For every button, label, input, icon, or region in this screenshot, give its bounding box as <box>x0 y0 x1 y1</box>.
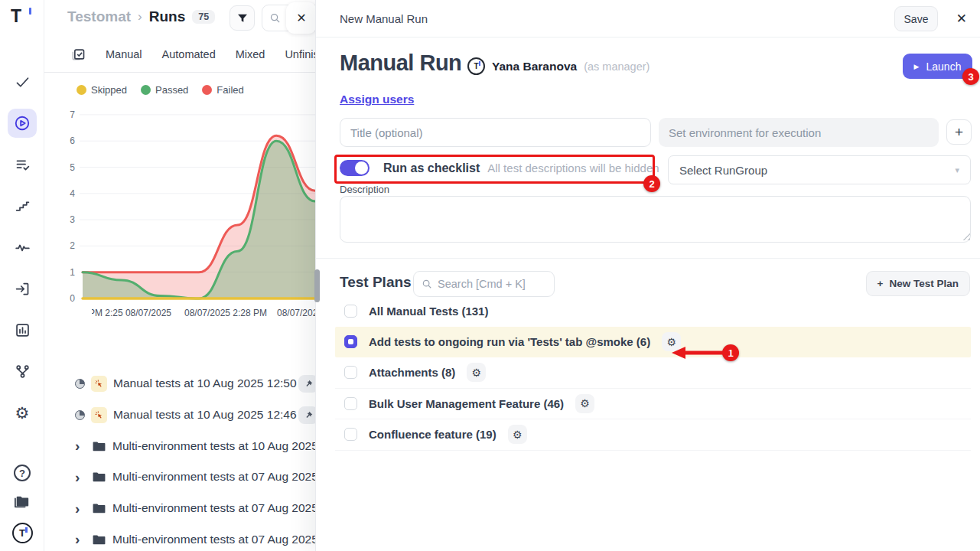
run-label: Multi-environment tests at 07 Aug 2025 <box>112 533 318 546</box>
chevron-right-icon[interactable]: › <box>75 439 84 453</box>
branches-git-icon[interactable] <box>8 357 37 386</box>
test-plan-row[interactable]: Attachments (8)⚙ <box>335 357 971 389</box>
pulse-activity-icon[interactable] <box>8 233 37 262</box>
new-test-plan-label: New Test Plan <box>889 278 959 289</box>
title-input[interactable] <box>340 118 651 147</box>
play-icon: ▶ <box>914 63 920 70</box>
tab-automated[interactable]: Automated <box>162 48 216 60</box>
test-plan-label: Bulk User Management Feature (46) <box>369 397 564 410</box>
app-logo-icon[interactable]: T <box>11 6 34 29</box>
test-plan-label: All Manual Tests (131) <box>369 305 488 318</box>
breadcrumb: Testomat › Runs 75 <box>67 8 215 25</box>
annotation-badge-2: 2 <box>643 175 660 192</box>
owner-row: T Yana Baranova (as manager) <box>467 57 650 75</box>
tab-manual[interactable]: Manual <box>106 48 142 60</box>
import-sign-in-icon[interactable] <box>8 274 37 303</box>
test-plan-row[interactable]: Confluence feature (19)⚙ <box>335 419 971 451</box>
environment-input[interactable] <box>659 118 939 147</box>
status-icon <box>75 379 85 389</box>
tests-check-icon[interactable] <box>8 67 37 96</box>
test-plans-heading: Test Plans <box>340 274 412 291</box>
divider <box>316 258 980 259</box>
search-icon <box>422 279 432 289</box>
new-test-plan-button[interactable]: + New Test Plan <box>866 271 970 296</box>
filter-button[interactable] <box>230 5 255 31</box>
milestones-steps-icon[interactable] <box>8 191 37 220</box>
modal-title: New Manual Run <box>340 12 428 25</box>
svg-text:3: 3 <box>70 214 75 225</box>
run-title: Manual Run <box>340 51 461 76</box>
gear-icon[interactable]: ⚙ <box>467 363 486 382</box>
status-icon <box>75 410 85 420</box>
test-plan-row[interactable]: Add tests to ongoing run via 'Tests' tab… <box>335 327 971 358</box>
help-icon[interactable]: ? <box>14 465 31 481</box>
legend-item-failed: Failed <box>202 84 243 96</box>
funnel-icon <box>236 12 249 24</box>
manual-test-icon <box>91 376 107 392</box>
legend-item-skipped: Skipped <box>77 84 127 96</box>
description-textarea[interactable] <box>340 196 971 243</box>
plans-list-check-icon[interactable] <box>8 150 37 179</box>
svg-text:4: 4 <box>70 188 75 199</box>
gear-icon[interactable]: ⚙ <box>508 425 527 444</box>
breadcrumb-project[interactable]: Testomat <box>67 8 131 25</box>
folder-icon <box>92 533 106 546</box>
test-plan-label: Add tests to ongoing run via 'Tests' tab… <box>369 335 650 348</box>
annotation-badge-3: 3 <box>962 68 979 85</box>
svg-text:1: 1 <box>70 267 75 278</box>
annotation-box <box>334 155 655 184</box>
scrollbar-thumb[interactable] <box>314 269 320 302</box>
account-logo-icon[interactable]: T <box>12 523 33 543</box>
chart-legend: SkippedPassedFailed <box>77 84 244 96</box>
svg-text:0: 0 <box>70 293 75 303</box>
test-plan-checkbox[interactable] <box>344 366 357 379</box>
settings-gear-icon[interactable]: ⚙ <box>8 398 37 427</box>
svg-text:6: 6 <box>70 135 75 146</box>
x-tick-label: 08/07/2025 2:28 PM <box>180 308 272 318</box>
runs-count-badge: 75 <box>192 10 215 24</box>
gear-icon[interactable]: ⚙ <box>575 394 594 413</box>
legend-item-passed: Passed <box>141 84 188 96</box>
avatar[interactable]: T <box>467 57 485 75</box>
chevron-down-icon: ▾ <box>955 165 959 175</box>
report-check-icon[interactable] <box>70 47 86 62</box>
legend-dot-icon <box>202 85 212 95</box>
plus-icon: + <box>877 278 884 289</box>
reports-bar-chart-icon[interactable] <box>8 315 37 344</box>
folder-icon <box>92 471 106 483</box>
rungroup-select[interactable]: Select RunGroup ▾ <box>668 155 971 184</box>
icon-sidebar: T ⚙ ? T <box>0 0 44 551</box>
runs-chart: 01234567 <box>44 103 317 303</box>
test-plan-checkbox[interactable] <box>344 397 357 410</box>
test-plan-checkbox[interactable] <box>344 335 357 348</box>
test-plan-checkbox[interactable] <box>344 428 357 441</box>
description-label: Description <box>340 184 389 195</box>
svg-text:7: 7 <box>70 109 75 120</box>
test-plans-search[interactable] <box>413 271 555 297</box>
assign-users-link[interactable]: Assign users <box>340 93 414 106</box>
test-plan-checkbox[interactable] <box>344 305 357 318</box>
test-plan-list: All Manual Tests (131)Add tests to ongoi… <box>335 295 971 451</box>
test-plan-row[interactable]: All Manual Tests (131) <box>335 295 971 327</box>
launch-label: Launch <box>926 60 961 73</box>
add-environment-button[interactable]: + <box>946 119 972 145</box>
test-plan-row[interactable]: Bulk User Management Feature (46)⚙ <box>335 389 971 420</box>
rungroup-placeholder: Select RunGroup <box>679 164 767 177</box>
manual-test-icon <box>91 407 107 423</box>
run-label: Multi-environment tests at 07 Aug 2025 <box>112 470 318 484</box>
owner-role: (as manager) <box>584 60 650 73</box>
search-clear-icon[interactable]: ✕ <box>286 2 317 34</box>
chevron-right-icon[interactable]: › <box>75 470 84 484</box>
save-button[interactable]: Save <box>894 6 938 31</box>
chevron-right-icon[interactable]: › <box>75 501 84 516</box>
close-icon[interactable]: ✕ <box>956 11 967 27</box>
tab-mixed[interactable]: Mixed <box>236 48 265 60</box>
run-label: Multi-environment tests at 10 Aug 2025 <box>112 439 318 453</box>
test-plans-search-input[interactable] <box>438 278 541 290</box>
legend-label: Passed <box>155 84 188 96</box>
chevron-right-icon[interactable]: › <box>75 532 84 546</box>
runs-play-icon[interactable] <box>8 109 37 138</box>
breadcrumb-section[interactable]: Runs <box>149 8 186 25</box>
breadcrumb-separator-icon: › <box>138 9 142 24</box>
projects-folders-icon[interactable] <box>8 492 37 512</box>
